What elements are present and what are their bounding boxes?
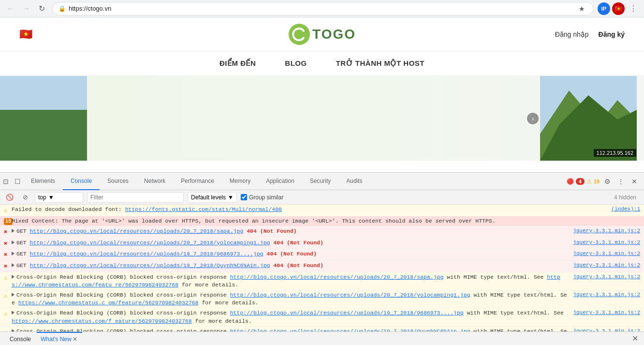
console-location[interactable]: jquery-3.3.1.min.js:2 [569,227,640,235]
warn-icon: ⚠ [4,328,12,331]
hero-next-button[interactable]: › [527,113,539,124]
console-row: ⚠ Cross-Origin Read Blocking (CORB) bloc… [0,272,644,290]
bottom-tab-console[interactable]: Console [6,332,35,345]
hero-image-left [0,76,87,161]
console-location[interactable]: (index):1 [608,206,640,213]
console-location[interactable]: jquery-3.3.1.min.js:2 [569,239,640,246]
console-message: GET http://blog.ctogo.vn/local/resources… [12,250,569,258]
error-icon: ✖ [4,262,12,271]
console-location[interactable]: jquery-3.3.1.min.js:2 [569,273,640,281]
inspect-element-button[interactable]: ⊡ [0,176,12,187]
corb-info-link[interactable]: https://www.chromestatus.c om/feature/56… [18,300,199,306]
devtools-settings-button[interactable]: ⚙ [601,176,613,187]
error-icon: 🔴 [567,178,574,185]
devtools-close-button[interactable]: ✕ [629,176,640,187]
register-link[interactable]: Đăng ký [599,30,625,38]
site-nav: ĐIỂM ĐẾN BLOG TRỞ THÀNH MỘT HOST [0,51,644,76]
console-clear-button[interactable]: 🚫 [4,192,15,203]
console-location[interactable]: jquery-3.3.1.min.js:2 [569,328,640,331]
warn-icon: ⚠ [586,178,592,185]
console-location[interactable]: jquery-3.3.1.min.js:2 [569,250,640,257]
corb-link[interactable]: http://blog.ctogo.vn/local/resources//up… [230,310,464,316]
level-selector[interactable]: Default levels ▼ [188,192,237,203]
nav-blog[interactable]: BLOG [285,59,307,68]
expand-icon[interactable] [12,252,15,255]
expand-icon[interactable] [12,240,15,244]
address-actions: ★ [576,3,587,15]
reload-button[interactable]: ↻ [35,2,48,15]
console-message: Cross-Origin Read Blocking (CORB) blocke… [12,291,569,307]
tab-performance[interactable]: Performance [173,173,222,190]
console-location[interactable]: jquery-3.3.1.min.js:2 [569,309,640,316]
corb-info-link[interactable]: https://www.chromestatus.com/f eature/56… [12,318,192,324]
console-row: ⚠ Cross-Origin Read Blocking (CORB) bloc… [0,290,644,308]
group-similar-checkbox[interactable] [241,194,247,200]
site-header-left: 🇻🇳 [19,28,32,41]
tab-elements[interactable]: Elements [23,173,63,190]
expand-icon[interactable] [12,263,15,267]
tab-memory[interactable]: Memory [222,173,258,190]
tab-security[interactable]: Security [302,173,338,190]
console-message: Cross-Origin Read Blocking (CORB) blocke… [12,328,569,331]
corb-link[interactable]: http://blog.ctogo.vn/local/resources//up… [230,292,470,298]
console-location[interactable]: jquery-3.3.1.min.js:2 [569,291,640,299]
corb-link[interactable]: http://blog.ctogo.vn/local/resources//up… [230,274,444,280]
browser-actions: IP 🇻🇳 ⋮ [598,2,640,15]
device-toolbar-button[interactable]: ☐ [12,176,23,187]
console-message: GET http://blog.ctogo.vn/local/resources… [12,227,569,235]
back-button[interactable]: ← [4,2,17,15]
resource-link[interactable]: http://blog.ctogo.vn/local/resources//up… [30,240,270,246]
expand-icon[interactable] [12,229,15,233]
console-row: ✖ GET http://blog.ctogo.vn/local/resourc… [0,238,644,250]
error-count-badge: 4 [576,178,585,185]
address-bar[interactable]: 🔒 https://ctogo.vn ★ [52,2,594,15]
context-selector[interactable]: top ▼ [35,192,83,203]
console-row: ✖ GET http://blog.ctogo.vn/local/resourc… [0,249,644,261]
console-row: ✖ GET http://blog.ctogo.vn/local/resourc… [0,261,644,272]
corb-link[interactable]: http://blog.ctogo.vn/local/resources//up… [230,328,470,331]
tab-network[interactable]: Network [136,173,173,190]
expand-icon[interactable] [12,275,15,279]
console-row: ⚠ Cross-Origin Read Blocking (CORB) bloc… [0,308,644,326]
browser-menu-button[interactable]: ⋮ [627,2,640,15]
tab-console[interactable]: Console [63,173,100,190]
console-row: ✖ GET http://blog.ctogo.vn/local/resourc… [0,226,644,238]
nav-host[interactable]: TRỞ THÀNH MỘT HOST [336,59,424,68]
resource-link[interactable]: http://blog.ctogo.vn/local/resources//up… [30,228,244,234]
nav-diem-den[interactable]: ĐIỂM ĐẾN [220,59,256,68]
font-link[interactable]: https://fonts.gstatic.com/stats/Muli/nor… [125,206,282,212]
console-content: ⚠ Failed to decode downloaded font: http… [0,205,644,331]
flag-icon: 🇻🇳 [612,2,625,15]
group-similar-label: Group similar [249,194,283,201]
level-value: Default levels [191,194,226,201]
devtools-panel-close-button[interactable]: ✕ [632,334,638,343]
resource-link[interactable]: http://blog.ctogo.vn/local/resources//up… [30,251,263,257]
console-filter-toggle[interactable]: ⊘ [19,192,31,203]
expand-icon[interactable] [12,293,15,297]
tab-sources[interactable]: Sources [100,173,136,190]
bottom-tab-whats-new-label: What's New [41,336,72,343]
bottom-tab-close-button[interactable]: ✕ [72,336,78,343]
expand-icon[interactable] [12,311,15,315]
console-filter-input[interactable] [87,192,184,203]
devtools-more-button[interactable]: ⋮ [615,176,627,187]
website-area: 🇻🇳 TOGO Đăng nhập Đăng ký ĐIỂM ĐẾN BLOG … [0,17,644,172]
tab-application[interactable]: Application [258,173,302,190]
login-link[interactable]: Đăng nhập [555,30,589,38]
site-hero: 112.213.95.162 › [0,76,644,161]
group-similar-option[interactable]: Group similar [241,194,283,201]
site-header-right: Đăng nhập Đăng ký [555,30,625,38]
tab-audits[interactable]: Audits [338,173,370,190]
site-logo: TOGO [288,23,356,45]
error-icon: ✖ [4,250,12,259]
resource-link[interactable]: http://blog.ctogo.vn/local/resources//up… [30,262,270,269]
bookmark-button[interactable]: ★ [576,3,587,15]
svg-rect-4 [0,76,87,110]
error-tag: 404 (Not Found) [273,262,323,269]
forward-button[interactable]: → [19,2,33,15]
error-tag: 404 (Not Found) [247,228,297,234]
bottom-tab-whats-new[interactable]: What's New ✕ [37,332,82,345]
console-location[interactable]: jquery-3.3.1.min.js:2 [569,262,640,269]
browser-chrome: ← → ↻ 🔒 https://ctogo.vn ★ IP 🇻🇳 ⋮ [0,0,644,17]
logo-icon [288,23,310,45]
